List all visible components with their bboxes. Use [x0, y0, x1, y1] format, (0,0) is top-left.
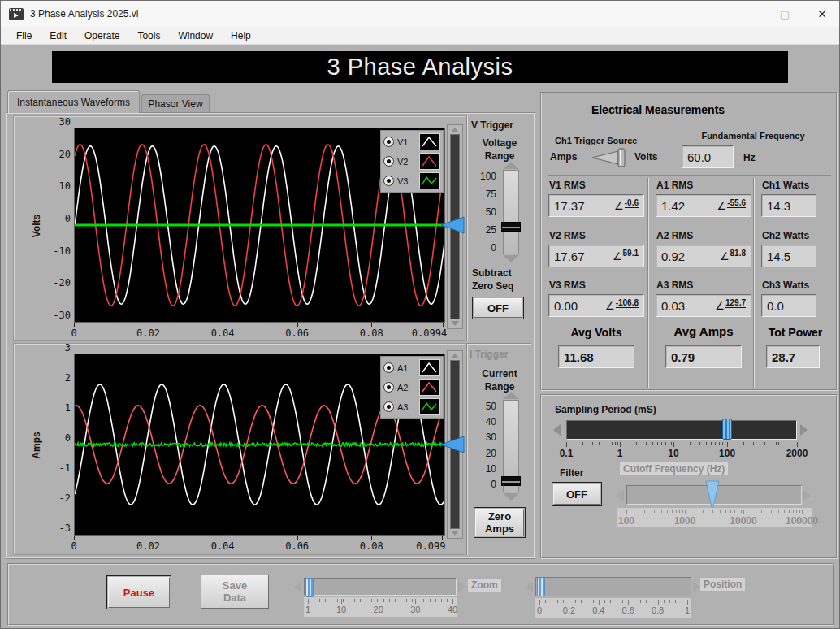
- cutoff-frequency-slider[interactable]: [626, 485, 802, 505]
- scale-tick: [646, 442, 647, 445]
- cutoff-frequency-pointer[interactable]: [705, 480, 720, 511]
- sampling-period-handle[interactable]: [722, 419, 732, 440]
- legend-label: V1: [397, 137, 412, 147]
- v2-visible-radio[interactable]: [383, 156, 394, 167]
- v3-visible-radio[interactable]: [383, 176, 394, 186]
- scroll-down-icon[interactable]: [451, 531, 459, 536]
- position-increment-icon[interactable]: [693, 581, 700, 592]
- legend-item-a2[interactable]: A2: [383, 378, 440, 397]
- position-handle[interactable]: [537, 577, 545, 596]
- scale-tick: [612, 442, 613, 445]
- scale-tick: [703, 510, 704, 513]
- position-decrement-icon[interactable]: [526, 581, 533, 592]
- a3-rms-value: 0.03: [661, 299, 685, 313]
- legend-item-a3[interactable]: A3: [383, 397, 440, 416]
- scroll-down-icon[interactable]: [451, 321, 459, 326]
- zoom-increment-icon[interactable]: [458, 581, 465, 592]
- angle-symbol: ∠59.1: [613, 250, 639, 262]
- slider-decrement-icon[interactable]: [503, 255, 519, 262]
- slider-increment-icon[interactable]: [503, 392, 519, 399]
- filter-button[interactable]: OFF: [553, 484, 600, 505]
- scale-label: 0: [537, 605, 542, 615]
- tab-phasor-view[interactable]: Phasor View: [141, 94, 210, 113]
- v2-angle-value: 59.1: [623, 249, 639, 258]
- legend-item-a1[interactable]: A1: [383, 358, 440, 377]
- scale-tick: [430, 599, 431, 602]
- legend-item-v1[interactable]: V1: [383, 132, 440, 151]
- current-range-handle[interactable]: [501, 476, 521, 486]
- cutoff-increment-icon[interactable]: [803, 490, 811, 501]
- scale-label: 10000: [730, 515, 756, 527]
- menu-tools[interactable]: Tools: [128, 28, 169, 43]
- scale-label: 10: [336, 605, 346, 614]
- legend-item-v2[interactable]: V2: [383, 152, 440, 171]
- zoom-decrement-icon[interactable]: [294, 581, 301, 592]
- a1-angle-value: -55.6: [727, 198, 746, 208]
- scale-tick: [738, 510, 738, 513]
- position-slider-label: Position: [700, 578, 745, 591]
- scale-tick: [673, 442, 674, 447]
- a1-rms-value: 1.42: [661, 199, 685, 213]
- a2-swatch[interactable]: [419, 379, 440, 396]
- subtract-zero-seq-button[interactable]: OFF: [474, 298, 522, 318]
- menu-file[interactable]: File: [7, 28, 41, 43]
- slider-scale-label: 50: [472, 206, 496, 218]
- trigger-source-switch[interactable]: [591, 148, 631, 167]
- v3-swatch[interactable]: [419, 172, 440, 189]
- scale-label: 1: [685, 605, 690, 615]
- slider-decrement-icon[interactable]: [503, 493, 519, 501]
- save-data-button[interactable]: Save Data: [201, 575, 269, 609]
- scale-tick: [337, 599, 338, 602]
- measurements-title: Electrical Measurements: [548, 103, 768, 116]
- v3-rms-display: 0.00 ∠-106.8: [548, 294, 644, 317]
- a1-swatch[interactable]: [419, 359, 440, 376]
- voltage-range-slider[interactable]: [503, 170, 519, 254]
- i-trigger-level-arrow[interactable]: [441, 435, 465, 454]
- slider-increment-icon[interactable]: [503, 162, 519, 169]
- close-button[interactable]: ✕: [803, 1, 840, 27]
- scale-tick: [661, 510, 662, 513]
- menu-help[interactable]: Help: [222, 28, 260, 43]
- angle-symbol: ∠-0.6: [614, 200, 639, 212]
- v-trigger-level-arrow[interactable]: [441, 215, 465, 235]
- tot-power-display: 28.7: [766, 345, 820, 368]
- zoom-handle[interactable]: [305, 578, 314, 597]
- zoom-slider-label: Zoom: [468, 579, 501, 592]
- scale-tick: [581, 600, 582, 603]
- scale-tick: [773, 442, 773, 445]
- menu-operate[interactable]: Operate: [76, 28, 128, 43]
- cutoff-decrement-icon[interactable]: [617, 490, 624, 501]
- zoom-slider[interactable]: [304, 578, 457, 596]
- a1-visible-radio[interactable]: [383, 362, 394, 373]
- a3-visible-radio[interactable]: [383, 401, 394, 412]
- legend-item-v3[interactable]: V3: [383, 171, 440, 190]
- a2-visible-radio[interactable]: [383, 382, 394, 393]
- scale-tick: [371, 599, 372, 602]
- a3-rms-display: 0.03 ∠129.7: [656, 294, 751, 317]
- scroll-up-icon[interactable]: [451, 128, 459, 132]
- scale-tick: [325, 599, 326, 602]
- maximize-button[interactable]: ▢: [766, 1, 803, 27]
- pause-button[interactable]: Pause: [108, 577, 170, 608]
- amps-y-axis: 3210-1-2-3: [46, 348, 71, 530]
- zero-amps-button[interactable]: Zero Amps: [475, 509, 524, 536]
- position-slider[interactable]: [535, 577, 691, 596]
- menu-edit[interactable]: Edit: [41, 28, 76, 43]
- scale-tick: [743, 442, 744, 445]
- voltage-range-handle[interactable]: [501, 222, 521, 232]
- scale-tick: [604, 600, 605, 603]
- sampling-increment-icon[interactable]: [800, 424, 808, 436]
- volts-chart: Volts 3020100-10-20-30 00.020.040.060.08…: [13, 115, 465, 341]
- minimize-button[interactable]: —: [729, 1, 766, 27]
- menu-window[interactable]: Window: [169, 28, 222, 43]
- v1-swatch[interactable]: [419, 133, 440, 150]
- y-tick-label: -30: [46, 310, 71, 321]
- sampling-period-slider[interactable]: [566, 420, 797, 440]
- x-tick-label: 0.099: [416, 540, 445, 552]
- tab-instantaneous-waveforms[interactable]: Instantaneous Waveforms: [7, 90, 140, 113]
- sampling-decrement-icon[interactable]: [553, 424, 561, 436]
- a3-swatch[interactable]: [419, 398, 440, 415]
- v1-visible-radio[interactable]: [383, 137, 394, 147]
- v2-swatch[interactable]: [419, 153, 440, 170]
- scroll-up-icon[interactable]: [451, 354, 459, 358]
